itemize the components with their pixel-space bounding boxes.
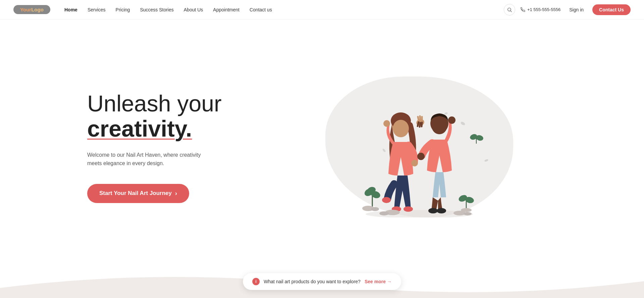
svg-point-8 (371, 207, 379, 211)
nav-about-us[interactable]: About Us (180, 5, 207, 14)
search-button[interactable] (504, 4, 515, 15)
svg-point-23 (393, 120, 409, 137)
svg-point-45 (464, 212, 472, 215)
svg-point-44 (453, 211, 466, 215)
signin-button[interactable]: Sign in (566, 5, 587, 14)
svg-point-43 (379, 211, 389, 215)
plant-right-bottom (458, 194, 474, 209)
phone-info: +1 555-555-5556 (521, 7, 560, 12)
headline-creativity: creativity. (87, 116, 192, 141)
nav-links: Home Services Pricing Success Stories Ab… (60, 5, 504, 14)
bottom-bar-question: What nail art products do you want to ex… (264, 279, 361, 284)
phone-number: +1 555-555-5556 (527, 7, 560, 12)
headline-line1: Unleash your (87, 91, 222, 116)
svg-line-36 (418, 117, 419, 120)
svg-point-24 (383, 120, 390, 127)
svg-point-33 (428, 208, 438, 213)
cta-label: Start Your Nail Art Journey (99, 190, 172, 197)
arrow-icon: › (175, 190, 177, 197)
phone-icon (521, 7, 525, 12)
plant-left (363, 186, 381, 207)
svg-point-27 (404, 206, 413, 212)
svg-point-32 (417, 153, 425, 160)
hero-left: Unleash your creativity. Welcome to our … (87, 91, 262, 203)
svg-point-19 (382, 148, 386, 152)
bottom-bar: i What nail art products do you want to … (243, 273, 401, 290)
hero-right (262, 63, 577, 231)
plant-top-right (469, 133, 484, 144)
svg-point-18 (484, 159, 488, 162)
svg-line-37 (420, 116, 420, 119)
svg-point-30 (432, 118, 447, 134)
svg-point-25 (411, 160, 418, 166)
see-more-link[interactable]: See more → (365, 279, 392, 284)
logo[interactable]: YourLogo (13, 5, 50, 14)
hero-section: Unleash your creativity. Welcome to our … (0, 19, 644, 268)
navbar: YourLogo Home Services Pricing Success S… (0, 0, 644, 19)
nav-services[interactable]: Services (84, 5, 110, 14)
nav-contact[interactable]: Contact us (246, 5, 276, 14)
hero-illustration (332, 77, 506, 217)
hero-subtitle: Welcome to our Nail Art Haven, where cre… (87, 151, 201, 168)
svg-point-34 (437, 208, 446, 213)
svg-point-0 (508, 8, 511, 11)
svg-line-1 (511, 11, 512, 12)
svg-line-39 (418, 122, 419, 126)
nav-pricing[interactable]: Pricing (112, 5, 134, 14)
nav-appointment[interactable]: Appointment (209, 5, 244, 14)
svg-point-28 (382, 197, 391, 203)
contact-us-button[interactable]: Contact Us (592, 4, 631, 15)
svg-line-41 (422, 122, 422, 127)
nav-right: +1 555-555-5556 Sign in Contact Us (504, 4, 631, 15)
svg-point-20 (444, 112, 448, 115)
nav-home[interactable]: Home (60, 5, 82, 14)
cta-button[interactable]: Start Your Nail Art Journey › (87, 184, 189, 203)
svg-line-40 (420, 123, 420, 127)
svg-point-17 (460, 121, 466, 126)
svg-point-31 (448, 116, 455, 124)
info-icon: i (252, 278, 260, 285)
nav-success-stories[interactable]: Success Stories (136, 5, 177, 14)
hero-headline: Unleash your creativity. (87, 91, 262, 141)
search-icon (507, 7, 512, 12)
logo-text: YourLogo (20, 7, 44, 12)
